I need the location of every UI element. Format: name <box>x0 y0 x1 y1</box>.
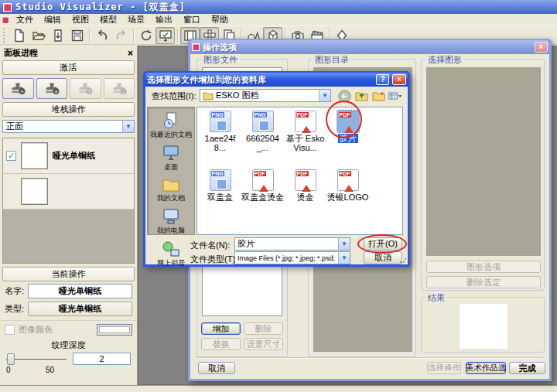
result-group-label: 结果 <box>425 292 447 304</box>
pdf-file-icon: PDF <box>295 111 316 132</box>
place-recent-documents[interactable]: 我最近的文档 <box>148 111 194 141</box>
pdf-file-icon: PDF <box>337 169 359 191</box>
chevron-down-icon[interactable]: ▼ <box>338 238 350 250</box>
png-file-icon: PNG <box>210 169 231 191</box>
file-item[interactable]: PNG 1aee24f8... <box>199 111 241 152</box>
select-graphic-group-label: 选择图形 <box>425 54 464 66</box>
close-button[interactable]: × <box>535 42 548 53</box>
look-in-value: ESKO 图档 <box>216 90 316 101</box>
place-label: 我最近的文档 <box>148 130 194 140</box>
delete-selected-button: 删除选定 <box>426 276 541 288</box>
file-name: 基于 EskoVisu... <box>286 134 325 152</box>
place-label: 桌面 <box>148 162 194 172</box>
chevron-down-icon[interactable]: ▼ <box>319 90 330 101</box>
file-name: 双盖盒烫金 <box>241 193 284 202</box>
views-button[interactable] <box>388 89 402 103</box>
new-folder-button[interactable] <box>371 89 385 103</box>
remove-button: 删除 <box>244 322 283 335</box>
look-in-label: 查找范围(I): <box>152 90 196 102</box>
file-type-label: 文件类型(T): <box>190 254 237 265</box>
file-name: 双盖盒 <box>207 193 233 202</box>
my-computer-icon <box>162 208 180 225</box>
folder-icon <box>203 91 214 101</box>
graphic-options-button: 图形选项 <box>426 261 541 273</box>
file-type-select[interactable]: Image Files (*.jpg; *.jpeg; *.psd; *.* ▼ <box>234 251 350 264</box>
options-dialog-title: 操作选项 <box>203 42 531 53</box>
set-size-button: 设置尺寸 <box>244 338 283 350</box>
place-label: 我的电脑 <box>148 226 194 236</box>
look-in-select[interactable]: ESKO 图档 ▼ <box>200 89 331 102</box>
options-dialog-titlebar[interactable]: 操作选项 × <box>190 40 549 54</box>
views-icon <box>388 90 402 101</box>
places-bar: 我最近的文档 桌面 我的文档 我的电脑 网上邻居 <box>147 107 195 235</box>
select-graphic-listbox[interactable] <box>426 67 541 256</box>
file-list[interactable]: PNG 1aee24f8... PNG 6662504_... PDF 基于 E… <box>196 107 403 235</box>
result-preview <box>460 304 507 349</box>
file-item[interactable]: PNG 双盖盒 <box>199 169 241 202</box>
file-dialog-title: 选择图形文件增加到您的资料库 <box>147 74 373 86</box>
file-name-label: 文件名(N): <box>190 240 230 251</box>
file-item[interactable]: PDF 双盖盒烫金 <box>241 169 284 202</box>
up-folder-button[interactable] <box>354 89 368 103</box>
place-my-computer[interactable]: 我的电脑 <box>148 206 194 237</box>
graphic-directory-group-label: 图形目录 <box>313 54 351 66</box>
finish-button[interactable]: 完成 <box>509 362 545 374</box>
pdf-file-icon: PDF <box>295 169 316 191</box>
file-name: 1aee24f8... <box>205 134 236 152</box>
recent-documents-icon <box>162 112 180 129</box>
desktop-icon <box>162 145 180 162</box>
my-documents-icon <box>162 177 180 193</box>
dialog-icon <box>192 43 200 51</box>
cancel-button[interactable]: 取消 <box>198 362 235 374</box>
help-button[interactable]: ? <box>376 74 389 85</box>
place-network[interactable]: 网上邻居 <box>148 239 194 270</box>
annotation-circle-open <box>357 234 407 254</box>
file-item[interactable]: PDF 基于 EskoVisu... <box>284 111 326 152</box>
file-item[interactable]: PNG 6662504_... <box>241 111 284 152</box>
resize-grip[interactable] <box>399 256 407 264</box>
png-file-icon: PNG <box>210 111 231 132</box>
up-folder-icon <box>355 90 368 101</box>
file-name-select[interactable]: 胶片 ▼ <box>234 237 350 251</box>
file-name: 烫银LOGO <box>327 193 369 202</box>
select-operation-button: 选择操作 <box>427 362 461 374</box>
chevron-down-icon[interactable]: ▼ <box>338 252 350 264</box>
place-label: 网上邻居 <box>148 258 194 268</box>
place-my-documents[interactable]: 我的文档 <box>148 176 194 205</box>
pdf-file-icon: PDF <box>252 169 274 191</box>
close-button[interactable]: × <box>392 74 406 85</box>
result-group: 结果 <box>421 297 545 353</box>
new-folder-icon <box>372 90 385 101</box>
file-item[interactable]: PDF 烫金 <box>284 169 326 202</box>
artwork-select-button[interactable]: 美术作品选 <box>466 362 506 374</box>
annotation-circle-file <box>326 101 362 138</box>
png-file-icon: PNG <box>252 111 274 132</box>
network-places-icon <box>162 240 180 257</box>
file-item[interactable]: PDF 烫银LOGO <box>326 169 369 202</box>
add-button[interactable]: 增加 <box>201 322 241 335</box>
replace-button: 替换 <box>201 338 241 350</box>
file-dialog-titlebar[interactable]: 选择图形文件增加到您的资料库 ? × <box>145 73 408 87</box>
graphic-file-group-label: 图形文件 <box>201 54 240 66</box>
place-label: 我的文档 <box>148 193 194 203</box>
select-graphic-group: 选择图形 图形选项 删除选定 <box>421 59 545 291</box>
file-name-value: 胶片 <box>237 238 336 250</box>
file-name: 烫金 <box>297 193 314 202</box>
place-desktop[interactable]: 桌面 <box>148 143 194 174</box>
file-type-value: Image Files (*.jpg; *.jpeg; *.psd; *.* <box>237 254 336 262</box>
file-name: 6662504_... <box>246 134 279 152</box>
